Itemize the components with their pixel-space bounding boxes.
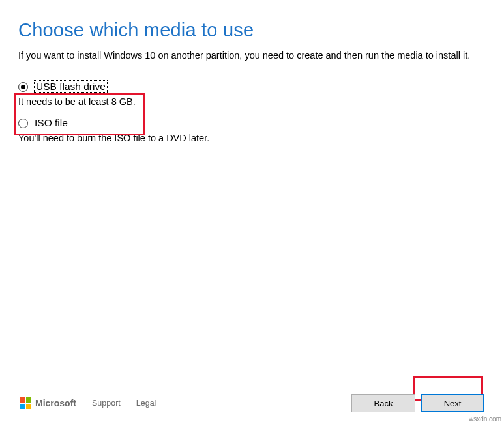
option-iso[interactable]: ISO file You'll need to burn the ISO fil… (18, 117, 486, 143)
option-usb[interactable]: USB flash drive It needs to be at least … (18, 81, 486, 107)
next-button[interactable]: Next (421, 394, 484, 412)
microsoft-text: Microsoft (35, 398, 76, 408)
option-usb-desc: It needs to be at least 8 GB. (18, 96, 486, 107)
option-iso-label: ISO file (35, 117, 68, 129)
wizard-footer: Microsoft Support Legal Back Next (0, 394, 504, 412)
radio-selected-dot-icon (21, 85, 25, 89)
media-options: USB flash drive It needs to be at least … (18, 81, 486, 143)
page-title: Choose which media to use (18, 20, 486, 41)
support-link[interactable]: Support (92, 399, 121, 408)
radio-iso[interactable] (18, 119, 28, 128)
back-button[interactable]: Back (351, 394, 415, 412)
page-subtext: If you want to install Windows 10 on ano… (18, 49, 486, 63)
microsoft-brand: Microsoft (20, 397, 76, 409)
option-iso-desc: You'll need to burn the ISO file to a DV… (18, 133, 486, 143)
watermark: wsxdn.com (469, 416, 501, 423)
microsoft-logo-icon (20, 397, 31, 409)
legal-link[interactable]: Legal (136, 399, 156, 408)
option-usb-label: USB flash drive (35, 81, 107, 92)
radio-usb[interactable] (18, 82, 28, 92)
